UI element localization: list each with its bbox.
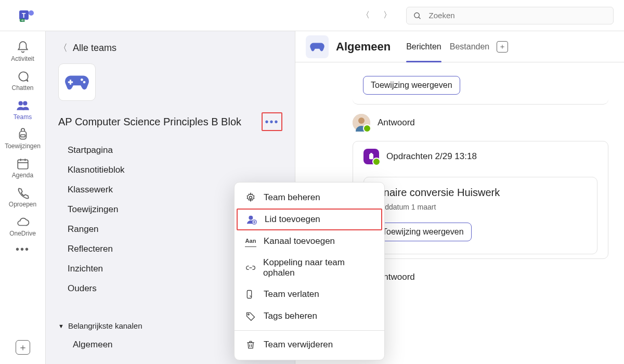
forward-button[interactable]: 〉 — [379, 7, 396, 24]
channel-tabs: Berichten Bestanden ＋ — [403, 38, 508, 56]
tab-posts[interactable]: Berichten — [403, 38, 445, 56]
all-teams-link[interactable]: 〈 Alle teams — [58, 42, 282, 54]
all-teams-label: Alle teams — [73, 43, 116, 54]
team-context-menu: Team beheren Lid toevoegen Aan Kanaal to… — [234, 182, 385, 360]
menu-label: Team verlaten — [264, 289, 319, 300]
menu-add-channel[interactable]: Aan Kanaal toevoegen — [235, 230, 384, 252]
reply-row[interactable]: Antwoord — [353, 114, 624, 132]
nav-notebook[interactable]: Klasnotitieblok — [64, 160, 282, 180]
search-box[interactable] — [406, 7, 614, 24]
menu-label: Lid toevoegen — [265, 214, 320, 225]
assignment-card: Toewijzing weergeven — [353, 71, 608, 105]
menu-label: Koppeling naar team ophalen — [263, 257, 374, 278]
person-add-icon — [246, 214, 257, 225]
rail-label: Teams — [14, 113, 32, 121]
menu-separator — [235, 330, 384, 331]
channel-header: Algemeen Berichten Bestanden ＋ — [295, 31, 624, 62]
phone-icon — [16, 186, 30, 200]
team-avatar — [58, 63, 96, 101]
back-button[interactable]: 〈 — [357, 7, 374, 24]
top-bar: TNEW 〈 〉 — [0, 0, 624, 31]
post-author-time: Opdrachten 2/29 13:18 — [386, 151, 477, 162]
tag-icon — [245, 310, 256, 322]
rail-chat[interactable]: Chatten — [0, 66, 46, 95]
rail-label: Agenda — [12, 172, 33, 179]
tab-files[interactable]: Bestanden — [447, 38, 493, 56]
svg-point-20 — [249, 216, 253, 219]
gamepad-icon — [309, 42, 325, 52]
caret-down-icon: ▼ — [58, 323, 64, 329]
channel-avatar — [306, 35, 329, 58]
assignment-body: Binaire conversie Huiswerk Einddatum 1 m… — [363, 177, 597, 254]
svg-point-19 — [250, 197, 252, 199]
rail-assignments[interactable]: Toewijzingen — [0, 124, 46, 153]
bell-icon — [16, 41, 30, 54]
svg-rect-31 — [370, 153, 372, 154]
trash-icon — [245, 339, 256, 350]
post-header: Opdrachten 2/29 13:18 — [353, 141, 608, 172]
rail-more[interactable]: ••• — [16, 243, 30, 255]
svg-point-8 — [23, 101, 27, 105]
svg-rect-11 — [18, 160, 28, 168]
chevron-left-icon: 〈 — [58, 42, 68, 54]
svg-line-6 — [419, 17, 420, 19]
channel-title: Algemeen — [336, 40, 391, 54]
svg-rect-18 — [68, 81, 73, 83]
team-panel: 〈 Alle teams AP Computer Science Princip… — [46, 31, 295, 364]
assignments-app-icon — [363, 149, 379, 164]
link-icon — [245, 262, 256, 274]
menu-delete-team[interactable]: Team verwijderen — [235, 334, 384, 356]
rail-onedrive[interactable]: OneDrive — [0, 211, 46, 240]
channel-add-icon: Aan — [245, 236, 256, 247]
assignment-due: Einddatum 1 maart — [374, 203, 587, 211]
menu-add-member[interactable]: Lid toevoegen — [237, 209, 382, 230]
rail-calls[interactable]: Oproepen — [0, 182, 46, 211]
teams-logo: TNEW — [18, 7, 35, 24]
user-avatar — [353, 114, 370, 132]
svg-rect-30 — [369, 154, 373, 160]
menu-manage-team[interactable]: Team beheren — [235, 187, 384, 209]
svg-text:NEW: NEW — [21, 19, 27, 21]
calendar-icon — [16, 157, 30, 171]
cloud-icon — [16, 215, 30, 229]
svg-point-15 — [81, 79, 83, 81]
search-input[interactable] — [429, 11, 607, 20]
view-assignment-button[interactable]: Toewijzing weergeven — [363, 76, 460, 95]
rail-teams[interactable]: Teams — [0, 95, 46, 124]
svg-point-2 — [29, 10, 34, 16]
menu-label: Team beheren — [264, 192, 320, 203]
rail-label: Oproepen — [9, 201, 36, 208]
history-nav: 〈 〉 — [357, 7, 396, 24]
add-tab-button[interactable]: ＋ — [497, 41, 508, 53]
menu-get-link[interactable]: Koppeling naar team ophalen — [235, 252, 384, 283]
menu-label: Kanaal toevoegen — [264, 236, 335, 246]
backpack-icon — [16, 128, 30, 141]
people-icon — [16, 99, 30, 112]
app-rail: Activiteit Chatten Teams Toewijzingen Ag… — [0, 31, 46, 364]
team-name: AP Computer Science Principles B Blok — [58, 116, 241, 128]
menu-leave-team[interactable]: Team verlaten — [235, 283, 384, 305]
menu-manage-tags[interactable]: Tags beheren — [235, 305, 384, 327]
rail-label: Activiteit — [11, 55, 34, 62]
rail-calendar[interactable]: Agenda — [0, 153, 46, 182]
team-more-button[interactable]: ••• — [262, 112, 282, 131]
view-assignment-button[interactable]: Toewijzing weergeven — [374, 223, 472, 241]
rail-label: Chatten — [11, 84, 33, 92]
reply-label[interactable]: Antwoord — [378, 118, 415, 128]
svg-point-25 — [248, 314, 250, 315]
svg-rect-24 — [247, 291, 251, 298]
rail-label: Toewijzingen — [5, 142, 41, 150]
nav-home[interactable]: Startpagina — [64, 140, 282, 160]
menu-label: Team verwijderen — [264, 340, 333, 350]
svg-point-29 — [358, 118, 365, 124]
svg-text:T: T — [22, 12, 26, 19]
rail-activity[interactable]: Activiteit — [0, 36, 46, 66]
svg-point-16 — [83, 81, 86, 84]
channels-label: Belangrijkste kanalen — [68, 321, 142, 330]
svg-point-5 — [414, 12, 420, 18]
assignment-post-card: Opdrachten 2/29 13:18 Binaire conversie … — [353, 141, 608, 259]
search-icon — [413, 11, 422, 20]
chat-icon — [16, 70, 30, 83]
reply-row[interactable]: Antwoord — [353, 268, 624, 286]
rail-apps-button[interactable]: ＋ — [16, 340, 30, 355]
